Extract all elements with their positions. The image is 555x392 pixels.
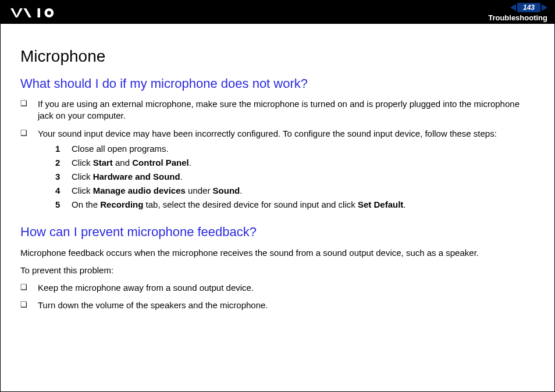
list-item: ❑ Your sound input device may have been … xyxy=(20,128,535,212)
list-text: If you are using an external microphone,… xyxy=(38,98,535,122)
step-item: 5On the Recording tab, select the desire… xyxy=(55,198,535,212)
step-number: 2 xyxy=(55,156,72,170)
step-text: Click Start and Control Panel. xyxy=(72,156,191,170)
page-nav: 143 xyxy=(510,3,547,12)
next-page-arrow-icon[interactable] xyxy=(542,4,547,11)
list-text: Turn down the volume of the speakers and… xyxy=(38,300,535,311)
step-number: 5 xyxy=(55,198,72,212)
step-item: 1Close all open programs. xyxy=(55,142,535,156)
bullet-icon: ❑ xyxy=(20,300,38,311)
step-text: Click Manage audio devices under Sound. xyxy=(72,184,242,198)
step-number: 4 xyxy=(55,184,72,198)
bullet-icon: ❑ xyxy=(20,282,38,294)
step-number: 1 xyxy=(55,142,72,156)
question-heading-2: How can I prevent microphone feedback? xyxy=(20,224,535,240)
page-title: Microphone xyxy=(20,47,535,66)
paragraph: To prevent this problem: xyxy=(20,264,535,277)
list-text: Keep the microphone away from a sound ou… xyxy=(38,282,535,294)
header-right: 143 Troubleshooting xyxy=(488,3,547,22)
step-item: 2Click Start and Control Panel. xyxy=(55,156,535,170)
page-number-badge: 143 xyxy=(517,3,540,12)
question-heading-1: What should I do if my microphone does n… xyxy=(20,76,535,91)
step-item: 3Click Hardware and Sound. xyxy=(55,170,535,184)
step-item: 4Click Manage audio devices under Sound. xyxy=(55,184,535,198)
section-label: Troubleshooting xyxy=(488,13,547,22)
document-page: 143 Troubleshooting Microphone What shou… xyxy=(0,0,555,392)
vaio-logo xyxy=(8,7,66,17)
list-item: ❑ Turn down the volume of the speakers a… xyxy=(20,300,535,311)
list-text-inner: Your sound input device may have been in… xyxy=(38,129,497,138)
list-text: Your sound input device may have been in… xyxy=(38,128,535,212)
svg-rect-0 xyxy=(38,8,41,17)
prev-page-arrow-icon[interactable] xyxy=(510,4,516,11)
bullet-list-1: ❑ If you are using an external microphon… xyxy=(20,98,535,212)
page-content: Microphone What should I do if my microp… xyxy=(1,24,554,311)
bullet-icon: ❑ xyxy=(20,98,38,122)
step-text: Close all open programs. xyxy=(72,142,169,156)
numbered-steps: 1Close all open programs. 2Click Start a… xyxy=(55,142,535,212)
list-item: ❑ Keep the microphone away from a sound … xyxy=(20,282,535,294)
step-text: On the Recording tab, select the desired… xyxy=(72,198,405,212)
step-number: 3 xyxy=(55,170,72,184)
bullet-icon: ❑ xyxy=(20,128,38,212)
page-header: 143 Troubleshooting xyxy=(1,1,554,24)
bullet-list-2: ❑ Keep the microphone away from a sound … xyxy=(20,282,535,312)
list-item: ❑ If you are using an external microphon… xyxy=(20,98,535,122)
paragraph: Microphone feedback occurs when the micr… xyxy=(20,247,535,260)
step-text: Click Hardware and Sound. xyxy=(72,170,183,184)
